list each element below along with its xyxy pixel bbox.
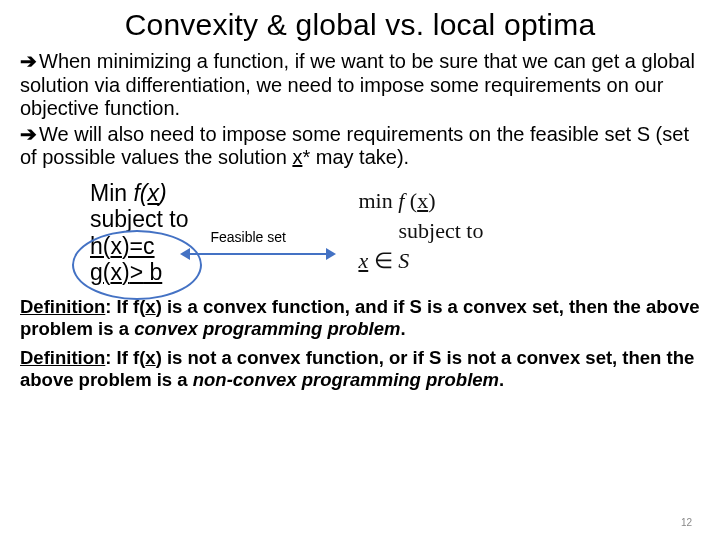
g-op: > <box>130 259 143 285</box>
def1-x: x <box>145 296 155 317</box>
arrow-icon <box>20 50 39 72</box>
def1-dot: . <box>400 318 405 339</box>
g-constraint-line: g(x)> b <box>90 259 188 285</box>
connector: Feasible set <box>188 231 338 271</box>
math-min-line: min f (x) <box>358 186 483 216</box>
def1-term: convex programming problem <box>134 318 400 339</box>
para1a-text: When minimizing a function, if we want t… <box>20 50 695 119</box>
connector-label: Feasible set <box>208 229 287 245</box>
h-constraint-line: h(x)=c <box>90 233 188 259</box>
def2-label: Definition <box>20 347 105 368</box>
paragraph-2: We will also need to impose some require… <box>20 123 700 170</box>
para1b-tail: * may take). <box>302 146 409 168</box>
g-x: x <box>110 259 122 285</box>
math-S: S <box>398 248 409 273</box>
math-open: ( <box>404 188 417 213</box>
fx-x: x <box>148 180 160 206</box>
math-subject-line: subject to <box>358 216 483 246</box>
math-x: x <box>417 188 428 213</box>
paragraph-1: When minimizing a function, if we want t… <box>20 50 700 121</box>
def1-label: Definition <box>20 296 105 317</box>
def2-x: x <box>145 347 155 368</box>
definition-2: Definition: If f(x) is not a convex func… <box>20 347 700 391</box>
subject-to-line: subject to <box>90 206 188 232</box>
math-close: ) <box>428 188 435 213</box>
math-x2: x <box>358 248 368 273</box>
math-min: min <box>358 188 398 213</box>
constraints-block: Min f(x) subject to h(x)=c g(x)> b <box>90 180 188 286</box>
g-open: g( <box>90 259 110 285</box>
def2-term: non-convex programming problem <box>193 369 499 390</box>
g-b: b <box>143 259 162 285</box>
page-number: 12 <box>681 517 692 528</box>
def1-b: : If f( <box>105 296 145 317</box>
slide: Convexity & global vs. local optima When… <box>0 0 720 391</box>
double-arrow-icon <box>188 253 328 256</box>
def2-dot: . <box>499 369 504 390</box>
h-close: )=c <box>122 233 155 259</box>
math-in: ∈ <box>368 248 398 273</box>
right-math-block: min f (x) subject to x ∈ S <box>358 186 483 275</box>
h-open: h( <box>90 233 110 259</box>
min-fx-line: Min f(x) <box>90 180 188 206</box>
fx-f: f( <box>133 180 147 206</box>
para1b-x: x <box>292 146 302 168</box>
slide-title: Convexity & global vs. local optima <box>20 8 700 42</box>
arrow-icon <box>20 123 39 145</box>
fx-close: ) <box>159 180 167 206</box>
h-x: x <box>110 233 122 259</box>
def2-b: : If f( <box>105 347 145 368</box>
math-set-line: x ∈ S <box>358 246 483 276</box>
middle-row: Min f(x) subject to h(x)=c g(x)> b Feasi… <box>20 180 700 286</box>
constraints-text: Min f(x) subject to h(x)=c g(x)> b <box>90 180 188 286</box>
min-label: Min <box>90 180 133 206</box>
g-close: ) <box>122 259 130 285</box>
definition-1: Definition: If f(x) is a convex function… <box>20 296 700 340</box>
